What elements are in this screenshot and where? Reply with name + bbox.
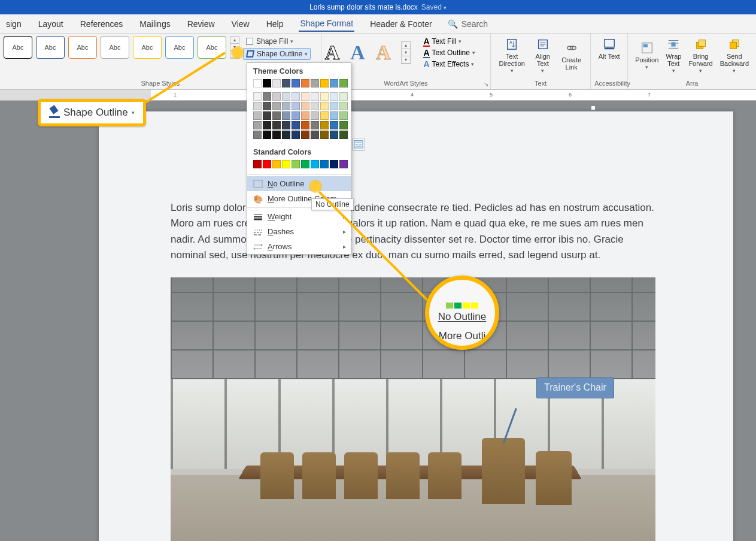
tab-references[interactable]: References [79, 17, 125, 31]
wordart-style-3[interactable]: A [376, 41, 391, 64]
color-swatch[interactable] [253, 92, 262, 101]
color-swatch[interactable] [311, 92, 319, 101]
color-swatch[interactable] [263, 102, 271, 110]
dialog-launcher-icon[interactable]: ↘ [484, 81, 488, 87]
wordart-gallery-arrows[interactable]: ▴▾▾ [401, 41, 411, 64]
color-swatch[interactable] [311, 121, 319, 129]
wrap-text-button[interactable]: Wrap Text▾ [662, 36, 685, 75]
search-box[interactable]: 🔍 Search [448, 19, 488, 29]
color-swatch[interactable] [282, 121, 290, 129]
color-swatch[interactable] [263, 92, 271, 101]
text-outline-button[interactable]: AText Outline▾ [421, 47, 477, 58]
color-swatch[interactable] [320, 121, 329, 129]
color-swatch[interactable] [253, 160, 262, 168]
color-swatch[interactable] [339, 79, 348, 87]
color-swatch[interactable] [282, 160, 290, 168]
shape-style-4[interactable]: Abc [101, 36, 129, 59]
color-swatch[interactable] [292, 131, 300, 139]
color-swatch[interactable] [253, 131, 262, 139]
color-swatch[interactable] [272, 111, 281, 120]
tab-layout[interactable]: Layout [37, 17, 65, 31]
color-swatch[interactable] [292, 111, 300, 120]
color-swatch[interactable] [330, 131, 338, 139]
color-swatch[interactable] [292, 160, 300, 168]
color-swatch[interactable] [330, 102, 338, 110]
color-swatch[interactable] [272, 92, 281, 101]
color-swatch[interactable] [301, 102, 309, 110]
text-fill-button[interactable]: AText Fill▾ [421, 36, 477, 47]
color-swatch[interactable] [253, 111, 262, 120]
color-swatch[interactable] [320, 131, 329, 139]
color-swatch[interactable] [339, 160, 348, 168]
tab-mailings[interactable]: Mailings [138, 17, 171, 31]
shape-outline-button[interactable]: Shape Outline▾ [243, 48, 311, 60]
color-swatch[interactable] [263, 111, 271, 120]
color-swatch[interactable] [263, 121, 271, 129]
color-swatch[interactable] [320, 111, 329, 120]
color-swatch[interactable] [311, 131, 319, 139]
color-swatch[interactable] [292, 121, 300, 129]
text-direction-button[interactable]: A Text Direction▾ [494, 36, 529, 75]
tab-help[interactable]: Help [265, 17, 285, 31]
tab-review[interactable]: Review [186, 17, 216, 31]
shape-style-6[interactable]: Abc [165, 36, 194, 59]
color-swatch[interactable] [330, 160, 338, 168]
color-swatch[interactable] [320, 102, 329, 110]
color-swatch[interactable] [253, 102, 262, 110]
position-button[interactable]: Position▾ [631, 36, 662, 75]
color-swatch[interactable] [272, 79, 281, 87]
arrows-item[interactable]: Arrows▸ [247, 239, 351, 254]
color-swatch[interactable] [263, 131, 271, 139]
bring-forward-button[interactable]: Bring Forward▾ [685, 36, 716, 75]
tab-shape-format[interactable]: Shape Format [299, 16, 354, 32]
color-swatch[interactable] [292, 102, 300, 110]
shape-style-5[interactable]: Abc [133, 36, 162, 59]
color-swatch[interactable] [253, 79, 262, 87]
color-swatch[interactable] [339, 102, 348, 110]
color-swatch[interactable] [282, 111, 290, 120]
color-swatch[interactable] [330, 79, 338, 87]
color-swatch[interactable] [282, 131, 290, 139]
color-swatch[interactable] [301, 79, 309, 87]
color-swatch[interactable] [311, 111, 319, 120]
color-swatch[interactable] [301, 121, 309, 129]
color-swatch[interactable] [301, 111, 309, 120]
color-swatch[interactable] [282, 92, 290, 101]
shape-style-1[interactable]: Abc [4, 36, 32, 59]
color-swatch[interactable] [330, 92, 338, 101]
color-swatch[interactable] [339, 131, 348, 139]
tab-design[interactable]: sign [5, 17, 23, 31]
callout-box[interactable]: Trainer's Chair [537, 378, 614, 398]
color-swatch[interactable] [301, 131, 309, 139]
color-swatch[interactable] [282, 79, 290, 87]
color-swatch[interactable] [330, 111, 338, 120]
create-link-button[interactable]: Create Link [556, 36, 587, 75]
alt-text-button[interactable]: Alt Text [594, 36, 624, 61]
wordart-style-1[interactable]: A [325, 41, 340, 64]
weight-item[interactable]: Weight▸ [247, 209, 351, 224]
color-swatch[interactable] [311, 160, 319, 168]
send-backward-button[interactable]: Send Backward▾ [716, 36, 752, 75]
color-swatch[interactable] [263, 79, 271, 87]
color-swatch[interactable] [292, 79, 300, 87]
color-swatch[interactable] [272, 102, 281, 110]
color-swatch[interactable] [339, 111, 348, 120]
color-swatch[interactable] [272, 121, 281, 129]
color-swatch[interactable] [339, 92, 348, 101]
color-swatch[interactable] [272, 160, 281, 168]
color-swatch[interactable] [320, 79, 329, 87]
tab-view[interactable]: View [230, 17, 251, 31]
shape-style-2[interactable]: Abc [36, 36, 65, 59]
shape-fill-button[interactable]: Shape Fill▾ [243, 36, 311, 47]
color-swatch[interactable] [311, 102, 319, 110]
color-swatch[interactable] [320, 92, 329, 101]
save-status[interactable]: Saved [421, 3, 447, 11]
color-swatch[interactable] [301, 92, 309, 101]
dashes-item[interactable]: Dashes▸ [247, 224, 351, 239]
color-swatch[interactable] [301, 160, 309, 168]
wordart-style-2[interactable]: A [350, 41, 365, 64]
align-text-button[interactable]: Align Text▾ [529, 36, 556, 75]
tab-header-footer[interactable]: Header & Footer [369, 17, 433, 31]
color-swatch[interactable] [330, 121, 338, 129]
color-swatch[interactable] [263, 160, 271, 168]
